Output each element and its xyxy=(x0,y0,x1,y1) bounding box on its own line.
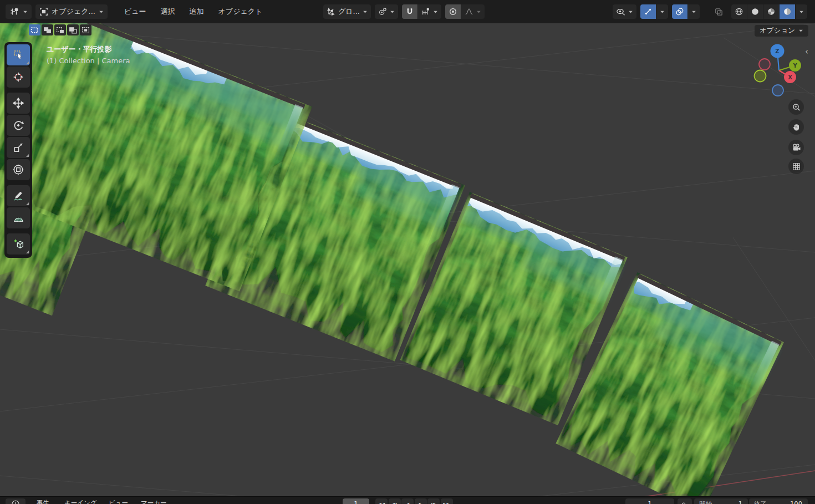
end-label: 終了 xyxy=(754,500,767,504)
shading-wireframe-button[interactable] xyxy=(731,4,747,19)
visibility-icon xyxy=(616,7,625,17)
timeline-frame-field[interactable]: 1 xyxy=(343,498,369,504)
timeline-editor-type-button[interactable] xyxy=(6,498,26,504)
shading-dropdown[interactable] xyxy=(796,4,807,19)
playback-play-button[interactable]: ▶ xyxy=(415,498,427,504)
tool-scale-button[interactable] xyxy=(7,137,30,158)
timeline-menu-1[interactable]: キーイング xyxy=(64,499,97,504)
pivot-point-dropdown[interactable] xyxy=(375,4,398,19)
playback-prev-keyframe-button[interactable]: ◀• xyxy=(389,498,401,504)
select-mode-set-button[interactable] xyxy=(29,24,40,35)
nav-zoom-button[interactable] xyxy=(788,99,804,115)
chevron-down-icon xyxy=(433,10,438,14)
playback-next-keyframe-button[interactable]: •▶ xyxy=(427,498,440,504)
subtool-corner xyxy=(26,202,29,205)
timeline-menu-0[interactable]: 再生 xyxy=(37,499,49,504)
subtool-corner xyxy=(26,251,29,253)
object-mode-icon xyxy=(39,7,48,16)
proportional-edit-toggle[interactable] xyxy=(445,4,461,19)
gizmo-axis-y-neg[interactable] xyxy=(755,70,766,82)
tool-options-dropdown[interactable]: オプション xyxy=(755,25,808,37)
playback-play-reverse-button[interactable]: ◀ xyxy=(401,498,414,504)
gizmo-axis-x-neg[interactable] xyxy=(759,59,770,70)
tool-select-box-button[interactable] xyxy=(7,44,30,65)
subtool-corner xyxy=(26,154,29,157)
chevron-down-icon xyxy=(691,10,696,14)
tool-cursor-button[interactable] xyxy=(7,67,30,88)
transform-orientation-dropdown[interactable]: グロ... xyxy=(323,4,371,19)
orientation-label: グロ... xyxy=(338,7,360,17)
timeline-menu-2[interactable]: ビュー xyxy=(109,499,128,504)
show-gizmos-toggle[interactable] xyxy=(640,4,656,19)
select-mode-subtract-button[interactable] xyxy=(54,24,66,35)
tool-annotate-button[interactable] xyxy=(7,185,30,206)
viewport-header: オブジェク... ビュー選択追加オブジェクト グロ... xyxy=(0,0,815,23)
editor-type-button[interactable] xyxy=(6,4,32,19)
magnet-icon xyxy=(405,7,414,16)
viewport-view-label: ユーザー・平行投影 xyxy=(47,44,112,54)
chevron-down-icon xyxy=(390,10,395,14)
gizmo-icon xyxy=(644,7,653,16)
start-label: 開始 xyxy=(699,500,712,504)
tool-rotate-button[interactable] xyxy=(7,115,30,136)
show-object-types-dropdown[interactable] xyxy=(613,4,636,19)
timeline-end-field[interactable]: 終了100 xyxy=(749,498,808,504)
chevron-down-icon xyxy=(363,10,368,14)
tool-measure-button[interactable] xyxy=(7,207,30,228)
proportional-edit-group xyxy=(445,4,485,19)
sidebar-toggle-icon[interactable]: ‹ xyxy=(805,48,808,56)
timeline-menu-3[interactable]: マーカー xyxy=(141,499,167,504)
nav-pan-button[interactable] xyxy=(788,119,804,135)
viewport-context-label: (1) Collection | Camera xyxy=(47,57,130,65)
gizmo-axis-z-neg[interactable] xyxy=(772,85,783,96)
shading-material-button[interactable] xyxy=(763,4,779,19)
tool-add-cube-button[interactable] xyxy=(7,233,30,254)
playback-jump-end-button[interactable]: ▶▶ xyxy=(441,498,453,504)
nav-perspective-ortho-button[interactable] xyxy=(788,159,804,174)
chevron-down-icon xyxy=(628,10,633,14)
toolbar xyxy=(4,42,32,258)
menu-0[interactable]: ビュー xyxy=(117,4,154,19)
falloff-icon xyxy=(465,7,473,16)
overlays-group xyxy=(672,4,700,19)
xray-toggle[interactable] xyxy=(710,4,727,19)
end-value: 100 xyxy=(790,500,802,504)
playback-jump-start-button[interactable]: ◀◀ xyxy=(375,498,388,504)
proportional-falloff-dropdown[interactable] xyxy=(461,4,485,19)
snap-target-dropdown[interactable] xyxy=(418,4,441,19)
menu-1[interactable]: 選択 xyxy=(154,4,182,19)
chevron-down-icon xyxy=(476,10,481,14)
menu-2[interactable]: 追加 xyxy=(182,4,211,19)
timeline-keying-button[interactable] xyxy=(678,498,692,504)
gizmo-axis-label: Y xyxy=(792,63,797,69)
snap-toggle[interactable] xyxy=(402,4,417,19)
viewport-shading-group xyxy=(731,4,807,19)
viewport-canvas[interactable] xyxy=(0,0,815,504)
editor-3d-icon xyxy=(9,7,19,17)
navigation-gizmo[interactable]: ZYX xyxy=(753,43,808,99)
select-mode-invert-button[interactable] xyxy=(67,24,79,35)
timeline-start-field[interactable]: 開始1 xyxy=(694,498,748,504)
overlays-icon xyxy=(675,7,684,16)
overlays-dropdown[interactable] xyxy=(688,4,700,19)
tool-transform-button[interactable] xyxy=(7,159,30,180)
xray-icon xyxy=(714,7,724,17)
tool-move-button[interactable] xyxy=(7,93,30,114)
snap-increment-icon xyxy=(421,7,430,16)
chevron-down-icon xyxy=(99,10,104,14)
shading-rendered-button[interactable] xyxy=(780,4,795,19)
menu-3[interactable]: オブジェクト xyxy=(211,4,270,19)
gizmos-group xyxy=(640,4,668,19)
select-mode-extend-button[interactable] xyxy=(42,24,53,35)
timeline-current-frame-field[interactable]: 1 xyxy=(625,498,674,504)
mode-select-button[interactable]: オブジェク... xyxy=(35,4,108,19)
shading-solid-button[interactable] xyxy=(747,4,763,19)
select-mode-intersect-button[interactable] xyxy=(80,24,91,35)
header-menus: ビュー選択追加オブジェクト xyxy=(117,4,269,19)
nav-camera-view-button[interactable] xyxy=(788,140,804,155)
orientation-icon xyxy=(327,7,335,16)
chevron-down-icon xyxy=(660,10,665,14)
pivot-icon xyxy=(378,7,387,16)
show-overlays-toggle[interactable] xyxy=(672,4,687,19)
gizmos-dropdown[interactable] xyxy=(656,4,668,19)
